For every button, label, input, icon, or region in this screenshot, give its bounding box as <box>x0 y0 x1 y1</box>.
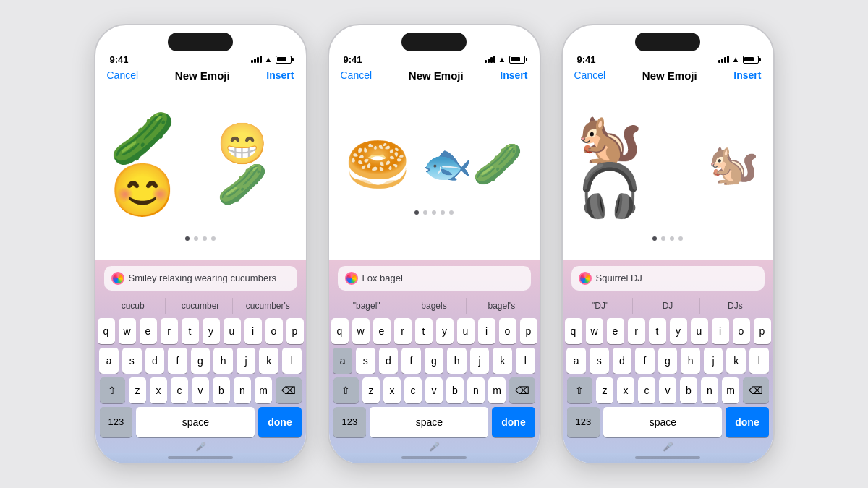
shift-key-1[interactable]: ⇧ <box>100 377 126 403</box>
key-x-3[interactable]: x <box>617 377 634 403</box>
key-l-2[interactable]: l <box>516 348 535 374</box>
autocomplete-2-2[interactable]: bagels <box>402 298 467 314</box>
key-k-1[interactable]: k <box>259 348 278 374</box>
key-b-1[interactable]: b <box>213 377 230 403</box>
done-key-1[interactable]: done <box>258 407 301 437</box>
key-c-3[interactable]: c <box>638 377 655 403</box>
key-x-1[interactable]: x <box>150 377 167 403</box>
key-k-3[interactable]: k <box>726 348 746 374</box>
insert-button-1[interactable]: Insert <box>266 69 294 81</box>
key-p-2[interactable]: p <box>520 318 537 344</box>
cancel-button-2[interactable]: Cancel <box>341 69 373 81</box>
key-r-2[interactable]: r <box>394 318 412 344</box>
key-i-3[interactable]: i <box>712 318 729 344</box>
num-key-3[interactable]: 123 <box>567 407 600 437</box>
key-e-3[interactable]: e <box>607 318 624 344</box>
key-s-3[interactable]: s <box>590 348 609 374</box>
autocomplete-2-3[interactable]: bagel's <box>469 298 533 314</box>
key-z-1[interactable]: z <box>129 377 146 403</box>
key-y-1[interactable]: y <box>203 318 220 344</box>
autocomplete-1-2[interactable]: cucumber <box>169 298 233 314</box>
key-i-1[interactable]: i <box>244 318 262 344</box>
autocomplete-3-2[interactable]: DJ <box>636 298 700 314</box>
key-k-2[interactable]: k <box>493 348 512 374</box>
key-g-1[interactable]: g <box>191 348 210 374</box>
key-a-3[interactable]: a <box>566 348 586 374</box>
key-q-1[interactable]: q <box>98 318 115 344</box>
key-r-3[interactable]: r <box>628 318 645 344</box>
key-o-1[interactable]: o <box>265 318 283 344</box>
text-input-2[interactable]: Lox bagel <box>338 266 531 291</box>
key-b-2[interactable]: b <box>446 377 464 403</box>
key-r-1[interactable]: r <box>161 318 178 344</box>
key-z-2[interactable]: z <box>362 377 380 403</box>
key-g-2[interactable]: g <box>425 348 444 374</box>
key-a-2[interactable]: a <box>333 348 352 374</box>
key-d-1[interactable]: d <box>145 348 165 374</box>
key-d-3[interactable]: d <box>613 348 632 374</box>
key-o-3[interactable]: o <box>733 318 750 344</box>
key-f-2[interactable]: f <box>401 348 421 374</box>
key-l-3[interactable]: l <box>749 348 769 374</box>
key-c-1[interactable]: c <box>171 377 188 403</box>
key-m-3[interactable]: m <box>722 377 739 403</box>
key-b-3[interactable]: b <box>680 377 697 403</box>
key-q-3[interactable]: q <box>565 318 582 344</box>
key-s-2[interactable]: s <box>356 348 375 374</box>
key-i-2[interactable]: i <box>478 318 495 344</box>
key-w-3[interactable]: w <box>586 318 603 344</box>
autocomplete-1-1[interactable]: cucub <box>101 298 166 314</box>
delete-key-3[interactable]: ⌫ <box>743 377 769 403</box>
key-o-2[interactable]: o <box>499 318 516 344</box>
insert-button-2[interactable]: Insert <box>500 69 527 81</box>
key-w-1[interactable]: w <box>119 318 136 344</box>
key-q-2[interactable]: q <box>331 318 349 344</box>
key-t-2[interactable]: t <box>415 318 433 344</box>
key-a-1[interactable]: a <box>99 348 119 374</box>
key-w-2[interactable]: w <box>352 318 370 344</box>
key-y-3[interactable]: y <box>670 318 687 344</box>
key-t-3[interactable]: t <box>649 318 666 344</box>
key-j-1[interactable]: j <box>237 348 256 374</box>
key-n-1[interactable]: n <box>234 377 251 403</box>
delete-key-1[interactable]: ⌫ <box>276 377 302 403</box>
key-p-1[interactable]: p <box>286 318 304 344</box>
key-y-2[interactable]: y <box>436 318 454 344</box>
key-h-3[interactable]: h <box>681 348 700 374</box>
key-s-1[interactable]: s <box>122 348 142 374</box>
key-z-3[interactable]: z <box>596 377 613 403</box>
key-v-2[interactable]: v <box>425 377 443 403</box>
num-key-2[interactable]: 123 <box>333 407 367 437</box>
key-n-2[interactable]: n <box>467 377 485 403</box>
shift-key-3[interactable]: ⇧ <box>567 377 593 403</box>
autocomplete-1-3[interactable]: cucumber's <box>236 298 299 314</box>
autocomplete-2-1[interactable]: "bagel" <box>335 298 399 314</box>
key-x-2[interactable]: x <box>383 377 401 403</box>
key-f-3[interactable]: f <box>635 348 655 374</box>
done-key-2[interactable]: done <box>492 407 535 437</box>
key-l-1[interactable]: l <box>282 348 302 374</box>
key-u-1[interactable]: u <box>224 318 241 344</box>
key-d-2[interactable]: d <box>379 348 399 374</box>
key-e-2[interactable]: e <box>373 318 391 344</box>
key-f-1[interactable]: f <box>168 348 187 374</box>
autocomplete-3-1[interactable]: "DJ" <box>569 298 633 314</box>
key-u-3[interactable]: u <box>691 318 708 344</box>
space-key-3[interactable]: space <box>603 407 722 437</box>
key-p-3[interactable]: p <box>754 318 771 344</box>
key-j-3[interactable]: j <box>704 348 723 374</box>
cancel-button-3[interactable]: Cancel <box>574 69 606 81</box>
key-h-1[interactable]: h <box>213 348 233 374</box>
key-c-2[interactable]: c <box>404 377 422 403</box>
key-t-1[interactable]: t <box>182 318 199 344</box>
key-j-2[interactable]: j <box>470 348 490 374</box>
key-v-3[interactable]: v <box>659 377 676 403</box>
shift-key-2[interactable]: ⇧ <box>333 377 359 403</box>
key-v-1[interactable]: v <box>192 377 209 403</box>
cancel-button-1[interactable]: Cancel <box>107 69 139 81</box>
key-h-2[interactable]: h <box>447 348 467 374</box>
key-n-3[interactable]: n <box>701 377 718 403</box>
key-m-1[interactable]: m <box>255 377 272 403</box>
text-input-3[interactable]: Squirrel DJ <box>571 266 765 291</box>
text-input-1[interactable]: Smiley relaxing wearing cucumbers <box>104 266 297 291</box>
